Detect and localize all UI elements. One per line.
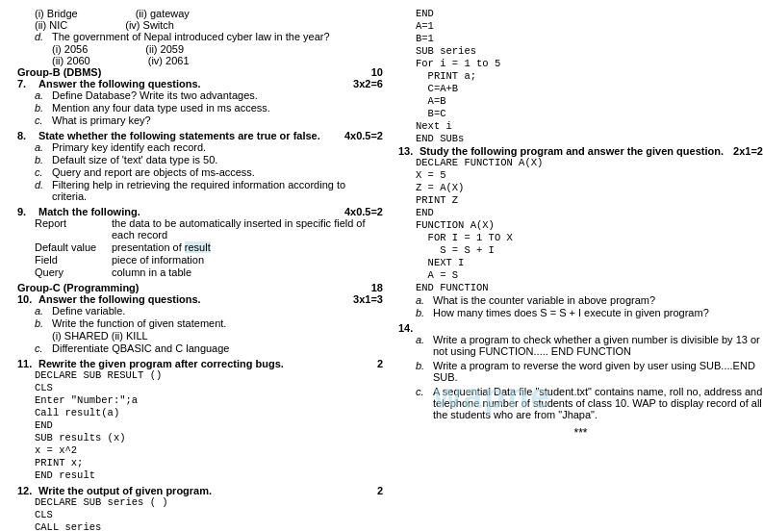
bridge-label: (i) Bridge [35,8,78,19]
q14-block: 14. a. Write a program to check whether … [398,322,763,420]
q8-b: b. Default size of 'text' data type is 5… [35,154,383,165]
d-i: (i) 2056 [52,43,88,55]
d-subitems: (i) 2056 (ii) 2059 (ii) 2060 (iv) 2061 [17,43,383,66]
q11-marks: 2 [377,358,383,369]
q10-text: Answer the following questions. [38,293,349,305]
q7-items: a. Define Database? Write its two advant… [17,89,383,126]
q12-num: 12. [17,485,38,496]
q12-header: 12. Write the output of given program. 2 [17,485,383,496]
q7-c: c. What is primary key? [35,114,383,126]
q13-marks: 2x1=2 [733,145,763,157]
group-c-marks: 18 [371,282,383,293]
q14-header: 14. [398,322,763,334]
group-c-header: Group-C (Programming) 18 [17,282,383,293]
q9-text: Match the following. [38,206,341,217]
switch-label: (iv) Switch [125,19,174,31]
q13-code: DECLARE FUNCTION A(X) X = 5 Z = A(X) PRI… [398,157,763,293]
q13-num: 13. [398,145,420,157]
q8-c: c. Query and report are objects of ms-ac… [35,166,383,178]
q11-num: 11. [17,358,38,369]
q8-num: 8. [17,130,38,141]
q9-marks: 4x0.5=2 [344,206,383,217]
q7-block: 7. Answer the following questions. 3x2=6… [17,78,383,126]
match-report: Report the data to be automatically inse… [35,217,383,241]
q7-marks: 3x2=6 [353,78,383,89]
q14-c: c. A sequential Data file "student.txt" … [416,386,763,420]
q9-rows: Report the data to be automatically inse… [17,217,383,278]
group-b-title: Group-B (DBMS) [17,66,101,78]
q13-text: Study the following program and answer t… [420,145,729,157]
gateway-label: (ii) gateway [136,8,190,19]
q10-a: a. Define variable. [35,305,383,317]
q12-marks: 2 [377,485,383,496]
q8-a: a. Primary key identify each record. [35,141,383,153]
q10-marks: 3x1=3 [353,293,383,305]
q10-b-sub: (i) SHARED (ii) KILL [35,330,383,342]
group-c-title: Group-C (Programming) [17,282,140,293]
d-label: d. [35,31,52,42]
q13-block: 13. Study the following program and answ… [398,145,763,318]
q10-items: a. Define variable. b. Write the functio… [17,305,383,354]
q10-header: 10. Answer the following questions. 3x1=… [17,293,383,305]
q13-a: a. What is the counter variable in above… [416,294,763,306]
q11-code: DECLARE SUB RESULT () CLS Enter "Number:… [17,369,383,481]
q14-a: a. Write a program to check whether a gi… [416,334,763,357]
q7-header: 7. Answer the following questions. 3x2=6 [17,78,383,89]
main-content: (i) Bridge (ii) gateway (ii) NIC (iv) Sw… [17,8,746,532]
intro-item-bridge: (i) Bridge (ii) gateway (ii) NIC (iv) Sw… [17,8,383,31]
q10-b: b. Write the function of given statement… [35,317,383,329]
d-item: d. The government of Nepal introduced cy… [17,31,383,42]
nic-label: (ii) NIC [35,19,67,31]
q7-a: a. Define Database? Write its two advant… [35,89,383,101]
q14-b: b. Write a program to reverse the word g… [416,360,763,383]
q8-d: d. Filtering help in retrieving the requ… [35,179,383,202]
d-iv: (iv) 2061 [148,55,190,66]
match-query: Query column in a table [35,266,383,278]
page: (i) Bridge (ii) gateway (ii) NIC (iv) Sw… [0,0,763,532]
q13-header: 13. Study the following program and answ… [398,145,763,157]
q11-text: Rewrite the given program after correcti… [38,358,373,369]
q9-header: 9. Match the following. 4x0.5=2 [17,206,383,217]
q8-items: a. Primary key identify each record. b. … [17,141,383,202]
q10-c: c. Differentiate QBASIC and C language [35,342,383,354]
right-column: END A=1 B=1 SUB series For i = 1 to 5 PR… [393,8,763,532]
q14-items: a. Write a program to check whether a gi… [398,334,763,420]
q13-b: b. How many times does S = S + I execute… [416,307,763,318]
q8-marks: 4x0.5=2 [344,130,383,141]
q11-block: 11. Rewrite the given program after corr… [17,358,383,481]
q12-text: Write the output of given program. [38,485,373,496]
q10-num: 10. [17,293,38,305]
q8-header: 8. State whether the following statement… [17,130,383,141]
left-column: (i) Bridge (ii) gateway (ii) NIC (iv) Sw… [17,8,393,532]
match-default: Default value presentation of result [35,241,383,253]
q11-header: 11. Rewrite the given program after corr… [17,358,383,369]
match-field: Field piece of information [35,254,383,266]
q9-num: 9. [17,206,38,217]
stars: *** [398,426,763,440]
q7-text: Answer the following questions. [38,78,349,89]
group-b-marks: 10 [371,66,383,78]
q13-items: a. What is the counter variable in above… [398,294,763,318]
q10-block: 10. Answer the following questions. 3x1=… [17,293,383,354]
right-intro-code: END A=1 B=1 SUB series For i = 1 to 5 PR… [398,8,763,144]
q8-block: 8. State whether the following statement… [17,130,383,202]
d-ii: (ii) 2059 [145,43,184,55]
q8-text: State whether the following statements a… [38,130,341,141]
d-text: The government of Nepal introduced cyber… [52,31,383,42]
q7-b: b. Mention any four data type used in ms… [35,102,383,114]
q9-block: 9. Match the following. 4x0.5=2 Report t… [17,206,383,278]
q7-num: 7. [17,78,38,89]
q12-block: 12. Write the output of given program. 2… [17,485,383,532]
q12-code: DECLARE SUB series ( ) CLS CALL series [17,496,383,532]
group-b-header: Group-B (DBMS) 10 [17,66,383,78]
q14-num: 14. [398,322,420,334]
d-iii: (ii) 2060 [52,55,90,66]
